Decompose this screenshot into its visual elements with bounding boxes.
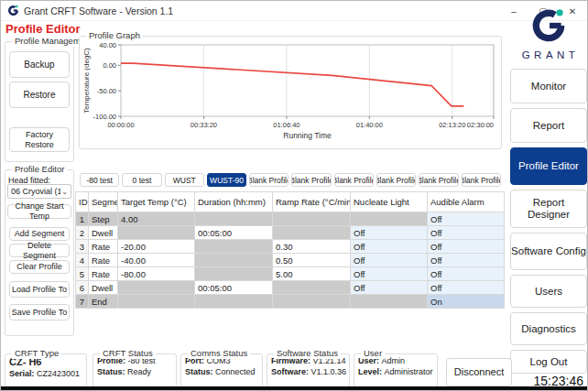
status-group-crft-status: CRFT StatusProfile: -80 testStatus: Read… bbox=[93, 353, 177, 387]
cell-r2-c1[interactable]: Dwell bbox=[89, 226, 118, 240]
clear-profile-button[interactable]: Clear Profile bbox=[9, 260, 70, 274]
nav-report[interactable]: Report bbox=[510, 108, 587, 143]
nav-report-designer[interactable]: Report Designer bbox=[510, 190, 587, 228]
profile-tab-6[interactable]: Blank Profile bbox=[291, 173, 331, 187]
status-group-title: Software Status bbox=[274, 348, 341, 359]
cell-r2-c6[interactable]: Off bbox=[428, 226, 505, 240]
segment-table-header-row: ID Segment Type Target Temp (°C) Duratio… bbox=[76, 192, 505, 212]
col-header-ramp-rate: Ramp Rate (°C/min) bbox=[273, 192, 351, 212]
nav-monitor[interactable]: Monitor bbox=[510, 69, 587, 103]
cell-r3-c4[interactable]: 0.30 bbox=[273, 240, 351, 254]
cell-r5-c5[interactable]: Off bbox=[351, 267, 428, 281]
grant-logo: GRANT bbox=[510, 6, 587, 60]
cell-r3-c5[interactable]: Off bbox=[351, 240, 428, 254]
svg-text:01:06:40: 01:06:40 bbox=[273, 121, 299, 129]
status-group-comms-status: Comms StatusPort: COM3Status: Connected bbox=[180, 353, 263, 387]
cell-r7-c1: End bbox=[89, 295, 118, 309]
cell-r2-c4 bbox=[273, 226, 351, 240]
save-profile-to-button[interactable]: Save Profile To bbox=[9, 304, 70, 320]
svg-text:02:13:20: 02:13:20 bbox=[439, 121, 465, 129]
cell-r6-c5[interactable]: Off bbox=[351, 281, 428, 295]
cell-r4-c4[interactable]: 0.50 bbox=[273, 254, 351, 267]
cell-r4-c5[interactable]: Off bbox=[351, 254, 428, 267]
bottom-edge-bar bbox=[1, 386, 587, 390]
head-fitted-dropdown[interactable]: 06 Cryovial (1.0m ⌄ bbox=[7, 184, 71, 199]
status-line: Status: Connected bbox=[185, 367, 262, 376]
cell-r7-c3 bbox=[195, 295, 273, 309]
table-row: 6Dwell00:05:00OffOff bbox=[76, 281, 505, 295]
row-header-3[interactable]: 3 bbox=[76, 240, 89, 254]
add-segment-button[interactable]: Add Segment bbox=[9, 227, 70, 241]
cell-r2-c3[interactable]: 00:05:00 bbox=[195, 226, 273, 240]
cell-r6-c4 bbox=[273, 281, 351, 295]
row-header-2[interactable]: 2 bbox=[76, 226, 89, 240]
col-header-audible-alarm: Audible Alarm bbox=[428, 192, 505, 212]
profile-tab-3[interactable]: WUST bbox=[165, 173, 204, 187]
cell-r5-c2[interactable]: -80.00 bbox=[118, 267, 195, 281]
cell-r1-c6[interactable]: Off bbox=[428, 212, 505, 226]
backup-button[interactable]: Backup bbox=[9, 51, 70, 78]
disconnect-button[interactable]: Disconnect bbox=[446, 358, 512, 386]
cell-r7-c6[interactable]: On bbox=[428, 295, 505, 309]
row-header-1[interactable]: 1 bbox=[76, 212, 89, 226]
profile-tab-9[interactable]: Blank Profile bbox=[419, 173, 458, 187]
cell-r2-c2 bbox=[118, 226, 195, 240]
profile-tab-1[interactable]: -80 test bbox=[80, 173, 119, 187]
cell-r5-c4[interactable]: 5.00 bbox=[273, 267, 351, 281]
table-row: 1Step4.00Off bbox=[76, 212, 505, 226]
profile-tab-2[interactable]: 0 test bbox=[122, 173, 161, 187]
profile-tab-10[interactable]: Blank Profile bbox=[462, 173, 501, 187]
profile-tab-5[interactable]: Blank Profile bbox=[249, 173, 289, 187]
delete-segment-button[interactable]: Delete Segment bbox=[9, 244, 70, 257]
cell-r7-c2 bbox=[118, 295, 195, 309]
svg-text:00:33:20: 00:33:20 bbox=[191, 121, 217, 129]
profile-tab-4[interactable]: WUST-90 bbox=[207, 173, 246, 187]
cell-r5-c1[interactable]: Rate bbox=[89, 267, 118, 281]
factory-restore-button[interactable]: Factory Restore bbox=[9, 127, 70, 152]
row-header-5[interactable]: 5 bbox=[76, 267, 89, 281]
app-logo-icon bbox=[7, 5, 19, 16]
svg-text:0.00: 0.00 bbox=[103, 61, 116, 70]
cell-r4-c2[interactable]: -40.00 bbox=[118, 254, 195, 267]
cell-r4-c3 bbox=[195, 254, 273, 267]
cell-r4-c1[interactable]: Rate bbox=[89, 254, 118, 267]
cell-r3-c1[interactable]: Rate bbox=[89, 240, 118, 254]
cell-r3-c6[interactable]: Off bbox=[428, 240, 505, 254]
cell-r4-c6[interactable]: Off bbox=[428, 254, 505, 267]
nav-log-out[interactable]: Log Out bbox=[510, 350, 587, 374]
profile-graph-label: Profile Graph bbox=[86, 30, 143, 41]
status-group-title: User bbox=[361, 348, 385, 359]
cell-r6-c1[interactable]: Dwell bbox=[89, 281, 118, 295]
head-fitted-value: 06 Cryovial (1.0m bbox=[11, 187, 60, 196]
row-header-4[interactable]: 4 bbox=[76, 254, 89, 267]
nav-users[interactable]: Users bbox=[510, 275, 587, 308]
load-profile-to-button[interactable]: Load Profile To bbox=[9, 281, 70, 298]
svg-text:Temperature (degC): Temperature (degC) bbox=[82, 48, 91, 114]
status-group-title: CRFT Status bbox=[100, 348, 156, 359]
row-header-6[interactable]: 6 bbox=[76, 281, 89, 295]
row-header-7[interactable]: 7 bbox=[76, 295, 89, 309]
cell-r6-c3[interactable]: 00:05:00 bbox=[195, 281, 273, 295]
cell-r7-c5 bbox=[351, 295, 428, 309]
change-start-temp-button[interactable]: Change Start Temp bbox=[7, 204, 71, 219]
cell-r3-c2[interactable]: -20.00 bbox=[118, 240, 195, 254]
profile-tab-7[interactable]: Blank Profile bbox=[334, 173, 374, 187]
profile-tab-8[interactable]: Blank Profile bbox=[376, 173, 416, 187]
cell-r7-c4 bbox=[273, 295, 351, 309]
col-header-segment-type: Segment Type bbox=[89, 192, 118, 212]
cell-r5-c6[interactable]: Off bbox=[428, 267, 505, 281]
cell-r3-c3 bbox=[195, 240, 273, 254]
cell-r6-c6[interactable]: Off bbox=[428, 281, 505, 295]
table-row: 3Rate-20.000.30OffOff bbox=[76, 240, 505, 254]
col-header-nucleate-light: Nucleate Light bbox=[351, 192, 428, 212]
nav-profile-editor[interactable]: Profile Editor bbox=[510, 147, 587, 185]
cell-r2-c5[interactable]: Off bbox=[351, 226, 428, 240]
nav-diagnostics[interactable]: Diagnostics bbox=[510, 312, 587, 345]
col-header-target-temp: Target Temp (°C) bbox=[118, 192, 195, 212]
profile-tabs: -80 test0 testWUSTWUST-90Blank ProfileBl… bbox=[80, 173, 501, 187]
grant-logo-icon bbox=[529, 6, 568, 45]
restore-button[interactable]: Restore bbox=[9, 81, 70, 108]
cell-r1-c2: 4.00 bbox=[118, 212, 195, 226]
nav-software-config[interactable]: Software Config bbox=[510, 233, 587, 270]
table-row: 4Rate-40.000.50OffOff bbox=[76, 254, 505, 267]
